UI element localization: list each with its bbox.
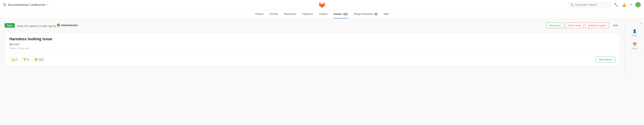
main-content: Open Issue #21 opened 13 days ago by Adm… (0, 19, 644, 74)
tab-merge-requests[interactable]: Merge Requests 3 (354, 10, 378, 18)
search-input[interactable] (575, 3, 604, 6)
wrench-icon[interactable]: 🔧 (613, 2, 619, 8)
search-box[interactable]: 🔍 (569, 2, 611, 7)
thumbs-down-count: 0 (27, 58, 28, 61)
tab-pipelines[interactable]: Pipelines (302, 10, 313, 18)
thumbs-up-count: 0 (16, 58, 17, 61)
issue-author: Administrator (61, 24, 78, 27)
subnav-tabs: Project Activity Repository Pipelines Gr… (0, 10, 644, 19)
action-buttons: New issue Close issue Submit as spam Edi… (546, 22, 620, 28)
top-navbar: ☰ Documentcloud / Underscore ▾ 🔍 🔧 🔔 + (0, 0, 644, 10)
navbar-left: ☰ Documentcloud / Underscore ▾ (3, 3, 48, 7)
thumbs-down-emoji: 👎 (23, 58, 26, 61)
tab-repository[interactable]: Repository (284, 10, 296, 18)
open-status-badge: Open (4, 23, 15, 28)
issue-main-panel: Open Issue #21 opened 13 days ago by Adm… (0, 19, 625, 74)
close-issue-button[interactable]: Close issue (565, 22, 584, 28)
project-dropdown-icon[interactable]: ▾ (47, 4, 48, 6)
search-icon: 🔍 (570, 3, 574, 6)
tab-issues[interactable]: Issues 20 (334, 10, 348, 18)
issue-header: Open Issue #21 opened 13 days ago by Adm… (4, 22, 620, 28)
plus-icon[interactable]: + (629, 2, 633, 8)
bell-icon[interactable]: 🔔 (621, 2, 627, 8)
user-avatar[interactable] (635, 2, 641, 8)
add-reaction-label: Add (38, 58, 43, 61)
sidebar-due-date[interactable]: 📅 None (625, 40, 644, 53)
right-sidebar: « 👤 None 📅 None (625, 19, 644, 74)
tab-wiki[interactable]: Wiki (384, 10, 389, 18)
issue-meta: Issue #21 opened 13 days ago by Administ… (17, 24, 544, 28)
issue-title: Harmless looking issue (10, 37, 616, 41)
thumbs-down-button[interactable]: 👎 0 (21, 57, 30, 62)
due-date-label: None (632, 47, 637, 50)
issues-badge: 20 (343, 13, 348, 15)
merge-requests-badge: 3 (374, 13, 378, 15)
issue-description: But no!!! (10, 43, 616, 46)
issue-body: Harmless looking issue But no!!! Edited … (4, 33, 620, 66)
sidebar-collapse-button[interactable]: « (640, 22, 642, 25)
tab-project[interactable]: Project (255, 10, 263, 18)
reactions-row: 👍 0 👎 0 🙂 Add New branch (10, 54, 616, 62)
gitlab-logo (318, 1, 326, 8)
tab-graphs[interactable]: Graphs (319, 10, 328, 18)
project-title[interactable]: Documentcloud / Underscore (8, 3, 45, 6)
add-reaction-button[interactable]: 🙂 Add (32, 57, 45, 62)
assignee-label: None (632, 34, 637, 37)
tab-activity[interactable]: Activity (270, 10, 278, 18)
smiley-icon: 🙂 (34, 58, 38, 61)
navbar-right: 🔍 🔧 🔔 + (569, 2, 641, 8)
issue-edited-text: Edited 10 days ago (10, 47, 616, 50)
hamburger-menu-icon[interactable]: ☰ (3, 3, 6, 7)
author-avatar-small (57, 24, 60, 27)
calendar-icon: 📅 (632, 42, 637, 46)
submit-spam-button[interactable]: Submit as spam (585, 22, 609, 28)
new-branch-button[interactable]: New branch (596, 57, 616, 62)
new-issue-button[interactable]: New issue (546, 22, 564, 28)
thumbs-up-emoji: 👍 (12, 58, 14, 61)
thumbs-up-button[interactable]: 👍 0 (10, 57, 19, 62)
person-icon: 👤 (632, 29, 637, 33)
edit-button[interactable]: Edit (611, 23, 620, 28)
sidebar-toggle-row: « (625, 21, 644, 26)
sidebar-assignee[interactable]: 👤 None (625, 26, 644, 40)
